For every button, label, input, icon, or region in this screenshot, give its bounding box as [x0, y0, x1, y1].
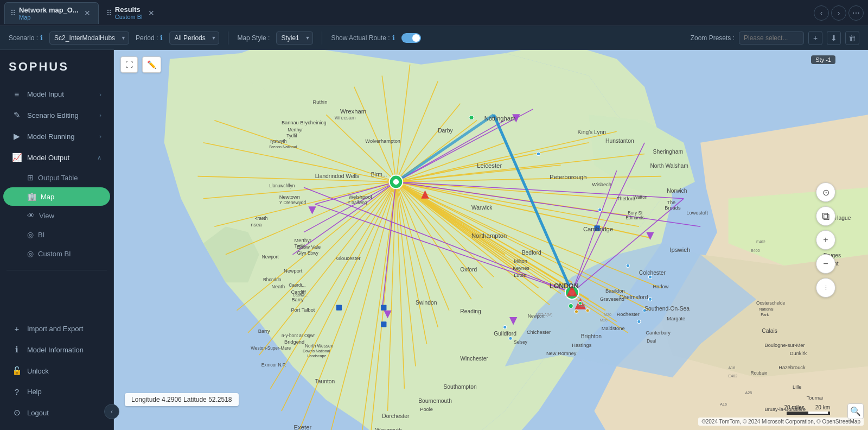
sidebar-item-map[interactable]: 🏢 Map [3, 187, 110, 206]
svg-text:Swindon: Swindon [416, 300, 437, 306]
map-list-btn[interactable]: ⋮ [816, 278, 835, 298]
import-export-label: Import and Export [27, 325, 83, 333]
svg-text:Wrexham: Wrexham [340, 108, 366, 115]
svg-text:Luton: Luton [514, 273, 526, 278]
svg-text:Tournai: Tournai [807, 395, 823, 401]
sidebar-item-model-output[interactable]: 📈 Model Output ∧ [3, 147, 110, 168]
svg-text:Glyn Ebwy: Glyn Ebwy [297, 251, 319, 256]
logout-label: Logout [27, 409, 49, 417]
map-expand-btn[interactable]: ⛶ [120, 56, 138, 73]
svg-text:Cashw...: Cashw... [292, 293, 308, 298]
svg-text:Poole: Poole [420, 407, 433, 412]
svg-text:Taunton: Taunton [315, 378, 335, 384]
map-toolbar: Scenario : ℹ Sc2_InterModalHubs Period :… [0, 26, 868, 50]
show-actual-route-toggle[interactable] [401, 33, 421, 43]
svg-text:Ruthin: Ruthin [313, 99, 328, 105]
map-style-select[interactable]: Style1 [276, 31, 313, 45]
zoom-presets-input[interactable] [739, 31, 804, 45]
map-eraser-btn[interactable]: ✏️ [142, 56, 161, 73]
svg-text:A25: A25 [745, 390, 752, 395]
svg-text:National: National [759, 307, 774, 312]
map-zoom-in-btn[interactable]: + [816, 230, 835, 250]
svg-text:Birm...: Birm... [371, 172, 387, 178]
svg-text:Basildon: Basildon [605, 288, 624, 294]
sidebar-item-logout[interactable]: ⊙ Logout [3, 402, 110, 423]
map-layers-btn[interactable]: ⧉ [816, 206, 835, 226]
map-style-select-wrapper: Style1 [276, 31, 313, 45]
tab-results-title: Results [115, 5, 143, 14]
svg-text:Llandrindod Wells: Llandrindod Wells [315, 173, 360, 179]
svg-text:North Walsham: North Walsham [650, 163, 688, 169]
svg-text:Hunstanton: Hunstanton [605, 138, 634, 144]
scenario-select[interactable]: Sc2_InterModalHubs [49, 31, 129, 45]
tab-more-btn[interactable]: ⋯ [848, 5, 864, 21]
tab-network-map-close[interactable]: ✕ [84, 9, 91, 17]
sidebar-item-model-input[interactable]: ≡ Model Input › [3, 84, 110, 104]
svg-text:Reading: Reading [460, 308, 481, 314]
sidebar-item-output-table[interactable]: ⊞ Output Table [3, 168, 110, 187]
svg-text:Tydfil: Tydfil [295, 244, 305, 249]
svg-point-225 [575, 310, 578, 313]
scenario-select-wrapper: Sc2_InterModalHubs [49, 31, 129, 45]
sidebar-item-help[interactable]: ? Help [3, 382, 110, 402]
tab-back-btn[interactable]: ‹ [814, 5, 829, 21]
tab-network-map[interactable]: ⠿ Network map_O... Map ✕ [4, 2, 99, 24]
scale-line [787, 412, 830, 415]
zoom-preset-add-btn[interactable]: + [808, 31, 822, 45]
help-label: Help [27, 388, 42, 396]
sidebar-item-import-export[interactable]: + Import and Export [3, 319, 110, 339]
svg-text:Park: Park [761, 312, 769, 317]
nav-section-main: ≡ Model Input › ✎ Scenario Editing › ▶ M… [0, 81, 113, 265]
sidebar-item-model-running[interactable]: ▶ Model Running › [3, 126, 110, 147]
period-select[interactable]: All Periods [169, 31, 219, 45]
svg-text:Newport: Newport [262, 255, 279, 260]
tab-results-close[interactable]: ✕ [148, 9, 155, 17]
unlock-icon: 🔓 [12, 366, 22, 376]
svg-rect-88 [381, 305, 386, 310]
period-info-icon[interactable]: ℹ [160, 34, 163, 42]
svg-text:Dorchester: Dorchester [382, 413, 410, 419]
svg-text:Exmoor N.P.: Exmoor N.P. [261, 363, 286, 368]
tab-forward-btn[interactable]: › [831, 5, 846, 21]
scale-bar: 20 miles 20 km [784, 404, 830, 415]
svg-text:Bannau Brycheiniog: Bannau Brycheiniog [282, 120, 327, 125]
svg-text:-traeth: -traeth [254, 216, 267, 221]
map-zoom-out-btn[interactable]: − [816, 254, 835, 274]
sidebar-item-custom-bi[interactable]: ◎ Custom BI [3, 244, 110, 263]
zoom-preset-download-btn[interactable]: ⬇ [827, 31, 841, 45]
scenario-info-icon[interactable]: ℹ [40, 34, 43, 42]
svg-text:Oxford: Oxford [460, 267, 477, 273]
sidebar-item-view[interactable]: 👁 View [3, 206, 110, 225]
tab-results[interactable]: ⠿ Results Custom BI ✕ [101, 2, 162, 23]
svg-text:Landscape: Landscape [307, 353, 326, 358]
style-badge: Sty -1 [811, 55, 835, 64]
sidebar-item-scenario-editing[interactable]: ✎ Scenario Editing › [3, 105, 110, 125]
zoom-presets-section: Zoom Presets : + ⬇ 🗑 [691, 31, 859, 45]
map-zoom-search-btn[interactable]: 🔍 [847, 403, 864, 419]
main-content: SOPHUS ≡ Model Input › ✎ Scenario Editin… [0, 50, 868, 430]
sidebar-item-bi[interactable]: ◎ BI [3, 225, 110, 244]
svg-text:Y Drenewydd: Y Drenewydd [279, 200, 307, 205]
svg-text:Newport: Newport [284, 268, 303, 274]
tab-network-map-subtitle: Map [19, 14, 79, 21]
svg-point-99 [509, 337, 512, 340]
svg-point-98 [503, 326, 507, 329]
map-target-btn[interactable]: ⊙ [816, 182, 835, 202]
sidebar-item-model-information[interactable]: ℹ Model Information [3, 339, 110, 360]
sidebar-item-unlock[interactable]: 🔓 Unlock [3, 361, 110, 381]
show-route-info-icon[interactable]: ℹ [392, 34, 395, 42]
svg-text:Brighton: Brighton [581, 333, 602, 339]
svg-text:Calais: Calais [762, 328, 777, 334]
svg-text:Sheringham: Sheringham [653, 149, 683, 155]
svg-text:The: The [667, 200, 675, 205]
svg-text:Winchester: Winchester [460, 356, 488, 362]
svg-text:Darby: Darby [438, 128, 453, 134]
sidebar-bottom: + Import and Export ℹ Model Information … [0, 318, 113, 430]
map-container[interactable]: Wrexham Wrecsam Birm... Leicester Darby … [114, 50, 868, 430]
svg-text:Keynes: Keynes [513, 265, 529, 271]
svg-rect-86 [336, 305, 342, 310]
svg-text:Ipswich: Ipswich [669, 246, 690, 253]
zoom-preset-delete-btn[interactable]: 🗑 [845, 31, 859, 45]
svg-text:Exeter: Exeter [294, 424, 312, 430]
zoom-presets-label: Zoom Presets : [691, 34, 735, 42]
